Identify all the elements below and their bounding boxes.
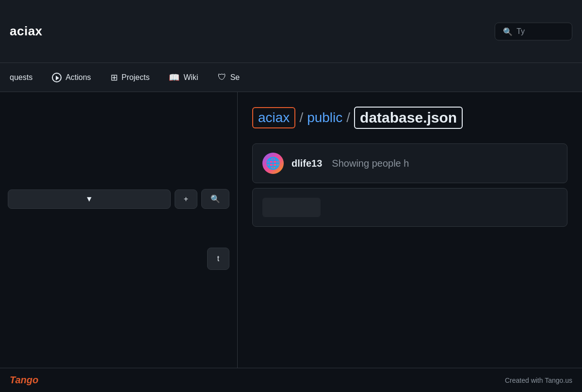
breadcrumb: aciax / public / database.json: [238, 92, 582, 139]
filter-label: t: [217, 254, 219, 263]
breadcrumb-sep1: /: [295, 110, 307, 125]
add-icon: +: [184, 195, 188, 204]
nav-item-projects[interactable]: ⊞ Projects: [101, 63, 160, 92]
search-box[interactable]: 🔍 Ty: [495, 22, 572, 40]
right-panel: aciax / public / database.json 🌐 dlife13…: [238, 92, 582, 392]
shield-icon: 🛡: [218, 72, 226, 82]
dropdown-arrow: ▼: [85, 195, 93, 204]
header: aciax 🔍 Ty: [0, 0, 582, 63]
add-button[interactable]: +: [175, 189, 197, 209]
nav-projects-label: Projects: [122, 73, 150, 82]
commit-card: 🌐 dlife13 Showing people h: [252, 143, 567, 183]
attribution-text: Created with Tango.us: [505, 376, 572, 384]
nav-pull-requests-label: quests: [10, 73, 32, 82]
search-text: Ty: [517, 27, 525, 36]
play-icon: [52, 73, 62, 82]
nav-item-wiki[interactable]: 📖 Wiki: [159, 63, 208, 92]
dropdown-button[interactable]: ▼: [8, 189, 171, 209]
book-icon: 📖: [169, 72, 179, 83]
breadcrumb-sep2: /: [342, 110, 354, 125]
breadcrumb-repo-link[interactable]: aciax: [252, 107, 295, 128]
tango-logo: Tango: [10, 375, 38, 386]
sidebar-toolbar: ▼ + 🔍: [0, 189, 237, 209]
nav-item-actions[interactable]: Actions: [42, 63, 100, 92]
nav-item-pull-requests[interactable]: quests: [0, 63, 42, 92]
nav-actions-label: Actions: [65, 73, 91, 82]
nav-bar: quests Actions ⊞ Projects 📖 Wiki 🛡 Se: [0, 63, 582, 92]
main-content: ▼ + 🔍 t aciax / public / database.json 🌐…: [0, 92, 582, 392]
nav-item-security[interactable]: 🛡 Se: [208, 63, 250, 92]
search-button[interactable]: 🔍: [201, 189, 229, 209]
repo-logo[interactable]: aciax: [10, 24, 43, 39]
search-sidebar-icon: 🔍: [210, 194, 220, 204]
bottom-card: [252, 188, 567, 227]
search-icon: 🔍: [503, 27, 513, 36]
grid-icon: ⊞: [111, 72, 118, 83]
avatar-icon: 🌐: [266, 157, 280, 170]
breadcrumb-folder[interactable]: public: [307, 110, 342, 125]
filter-button[interactable]: t: [207, 248, 229, 270]
breadcrumb-file[interactable]: database.json: [354, 107, 463, 129]
commit-username[interactable]: dlife13: [291, 158, 322, 169]
avatar: 🌐: [262, 153, 284, 174]
nav-security-label: Se: [230, 73, 240, 82]
commit-message: Showing people h: [332, 158, 409, 169]
nav-wiki-label: Wiki: [183, 73, 198, 82]
bottom-card-placeholder: [262, 198, 321, 217]
sidebar: ▼ + 🔍 t: [0, 92, 238, 392]
footer: Tango Created with Tango.us: [0, 368, 582, 392]
